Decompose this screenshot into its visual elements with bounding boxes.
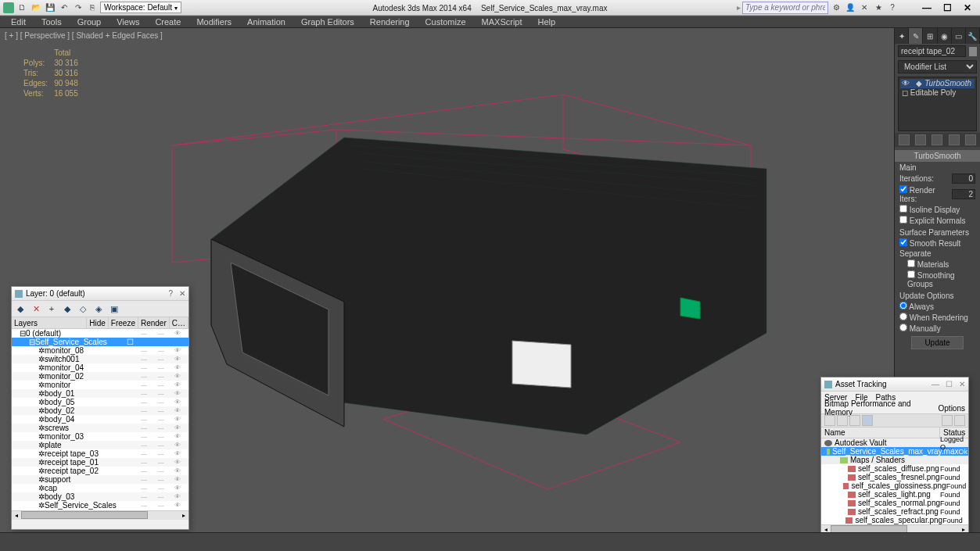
- asset-row[interactable]: self_scales_refract.pngFound: [821, 507, 968, 516]
- motion-tab[interactable]: ◉: [938, 28, 952, 44]
- new-layer-icon[interactable]: ◆: [15, 303, 26, 314]
- configure-sets-icon[interactable]: [965, 134, 976, 145]
- layer-row[interactable]: ✲ body_01— — 👁: [12, 389, 188, 398]
- update-manually-radio[interactable]: Manually: [899, 324, 941, 333]
- layer-scrollbar[interactable]: ◂ ▸: [12, 510, 188, 520]
- layer-row[interactable]: ⊟ Self_Service_Scales☐: [12, 338, 188, 346]
- menu-customize[interactable]: Customize: [418, 17, 474, 27]
- explicit-normals-checkbox[interactable]: Explicit Normals: [899, 216, 965, 225]
- layer-row[interactable]: ✲ receipt tape_02— — 👁: [12, 467, 188, 475]
- menu-animation[interactable]: Animation: [239, 17, 293, 27]
- modifier-list[interactable]: Modifier List: [898, 60, 977, 73]
- maximize-button[interactable]: ☐: [938, 2, 957, 14]
- object-name-input[interactable]: [898, 45, 966, 57]
- update-button[interactable]: Update: [911, 336, 963, 349]
- asset-tracking-titlebar[interactable]: Asset Tracking — ☐ ✕: [821, 377, 968, 392]
- asset-options-icon[interactable]: [942, 415, 953, 426]
- layer-row[interactable]: ✲ receipt tape_01— — 👁: [12, 458, 188, 467]
- menu-tools[interactable]: Tools: [34, 17, 70, 27]
- update-always-radio[interactable]: Always: [899, 302, 934, 311]
- asset-refresh-icon[interactable]: [824, 415, 835, 426]
- asset-menu-bitmap-performance-and-memory[interactable]: Bitmap Performance and Memory: [824, 399, 931, 417]
- layer-row[interactable]: ✲ Self_Service_Scales— — 👁: [12, 501, 188, 510]
- asset-tracking-window[interactable]: Asset Tracking — ☐ ✕ ServerFilePaths Bit…: [820, 377, 969, 535]
- asset-row[interactable]: Maps / Shaders: [821, 456, 968, 464]
- exchange-icon[interactable]: ✕: [858, 2, 871, 14]
- layer-row[interactable]: ✲ monitor_02— — 👁: [12, 372, 188, 381]
- update-rendering-radio[interactable]: When Rendering: [899, 313, 968, 322]
- render-iters-spinner[interactable]: [952, 189, 975, 199]
- menu-modifiers[interactable]: Modifiers: [188, 17, 239, 27]
- favorite-icon[interactable]: ★: [872, 2, 885, 14]
- separate-smgroups-checkbox[interactable]: Smoothing Groups: [907, 270, 975, 288]
- asset-help-icon[interactable]: [954, 415, 965, 426]
- layer-row[interactable]: ✲ body_02— — 👁: [12, 406, 188, 415]
- qat-link-icon[interactable]: ⎘: [86, 2, 99, 14]
- qat-new-icon[interactable]: 🗋: [16, 2, 28, 14]
- display-tab[interactable]: ▭: [952, 28, 966, 44]
- hierarchy-tab[interactable]: ⊞: [923, 28, 937, 44]
- make-unique-icon[interactable]: [932, 134, 942, 145]
- layer-manager-window[interactable]: Layer: 0 (default) ? ✕ ◆ ✕ + ◆ ◇ ◈ ▣ Lay…: [11, 286, 189, 530]
- modify-tab[interactable]: ✎: [909, 28, 923, 44]
- asset-table-icon[interactable]: [862, 415, 873, 426]
- layer-row[interactable]: ✲ body_04— — 👁: [12, 415, 188, 424]
- layer-row[interactable]: ✲ support— — 👁: [12, 475, 188, 484]
- signin-icon[interactable]: 👤: [844, 2, 856, 14]
- isoline-checkbox[interactable]: Isoline Display: [899, 205, 960, 214]
- asset-row[interactable]: Autodesk VaultLogged O…: [821, 438, 968, 447]
- create-tab[interactable]: ✦: [895, 28, 909, 44]
- layer-row[interactable]: ✲ monitor_03— — 👁: [12, 432, 188, 441]
- asset-list-icon[interactable]: [849, 415, 860, 426]
- workspace-selector[interactable]: Workspace: Default ▾: [100, 2, 181, 13]
- asset-row[interactable]: self_scales_light.pngFound: [821, 490, 968, 499]
- layer-row[interactable]: ✲ screws— — 👁: [12, 424, 188, 432]
- help-search-input[interactable]: [742, 2, 828, 14]
- delete-layer-icon[interactable]: ✕: [31, 303, 41, 314]
- minimize-button[interactable]: —: [917, 2, 936, 14]
- separate-materials-checkbox[interactable]: Materials: [907, 259, 949, 269]
- hide-layer-icon[interactable]: ◈: [93, 303, 104, 314]
- layer-row[interactable]: ✲ monitor— — 👁: [12, 381, 188, 389]
- asset-row[interactable]: self_scales_fresnel.pngFound: [821, 473, 968, 481]
- layer-row[interactable]: ✲ switch001— — 👁: [12, 355, 188, 363]
- remove-modifier-icon[interactable]: [949, 134, 960, 145]
- menu-maxscript[interactable]: MAXScript: [474, 17, 530, 27]
- layer-row[interactable]: ✲ cap— — 👁: [12, 484, 188, 492]
- asset-close-icon[interactable]: ✕: [959, 380, 965, 388]
- layer-close-icon[interactable]: ✕: [179, 289, 185, 298]
- pin-stack-icon[interactable]: [899, 134, 910, 145]
- qat-open-icon[interactable]: 📂: [30, 2, 42, 14]
- asset-row[interactable]: Self_Service_Scales_max_vray.maxOk: [821, 447, 968, 456]
- layer-row[interactable]: ✲ monitor_08— — 👁: [12, 346, 188, 355]
- layer-row[interactable]: ✲ body_03— — 👁: [12, 492, 188, 501]
- asset-row[interactable]: self_scales_specular.pngFound: [821, 516, 968, 524]
- asset-min-icon[interactable]: —: [932, 380, 939, 388]
- menu-group[interactable]: Group: [70, 17, 109, 27]
- close-button[interactable]: ✕: [958, 2, 977, 14]
- rollup-turbosmooth[interactable]: TurboSmooth: [895, 150, 980, 162]
- asset-row[interactable]: self_scales_glossiness.pngFound: [821, 481, 968, 490]
- qat-undo-icon[interactable]: ↶: [58, 2, 70, 14]
- asset-row[interactable]: self_scales_normal.pngFound: [821, 499, 968, 507]
- collapse-icon[interactable]: ▣: [109, 303, 120, 314]
- render-iters-checkbox[interactable]: Render Iters:: [899, 185, 952, 203]
- layer-row[interactable]: ✲ monitor_04— — 👁: [12, 363, 188, 372]
- menu-views[interactable]: Views: [109, 17, 147, 27]
- qat-save-icon[interactable]: 💾: [44, 2, 56, 14]
- add-to-layer-icon[interactable]: +: [46, 303, 57, 314]
- menu-rendering[interactable]: Rendering: [362, 17, 418, 27]
- show-end-result-icon[interactable]: [915, 134, 926, 145]
- asset-row[interactable]: self_scales_diffuse.pngFound: [821, 464, 968, 473]
- layer-manager-titlebar[interactable]: Layer: 0 (default) ? ✕: [12, 287, 188, 301]
- layer-pin-icon[interactable]: ?: [168, 289, 173, 298]
- utilities-tab[interactable]: 🔧: [966, 28, 980, 44]
- smooth-result-checkbox[interactable]: Smooth Result: [899, 238, 960, 248]
- select-layer-icon[interactable]: ◆: [62, 303, 73, 314]
- menu-create[interactable]: Create: [147, 17, 188, 27]
- highlight-layer-icon[interactable]: ◇: [77, 303, 88, 314]
- asset-list[interactable]: Autodesk VaultLogged O…Self_Service_Scal…: [821, 438, 968, 524]
- menu-graph-editors[interactable]: Graph Editors: [293, 17, 362, 27]
- help-icon[interactable]: ?: [886, 2, 899, 14]
- infocenter-icon[interactable]: ⚙: [830, 2, 842, 14]
